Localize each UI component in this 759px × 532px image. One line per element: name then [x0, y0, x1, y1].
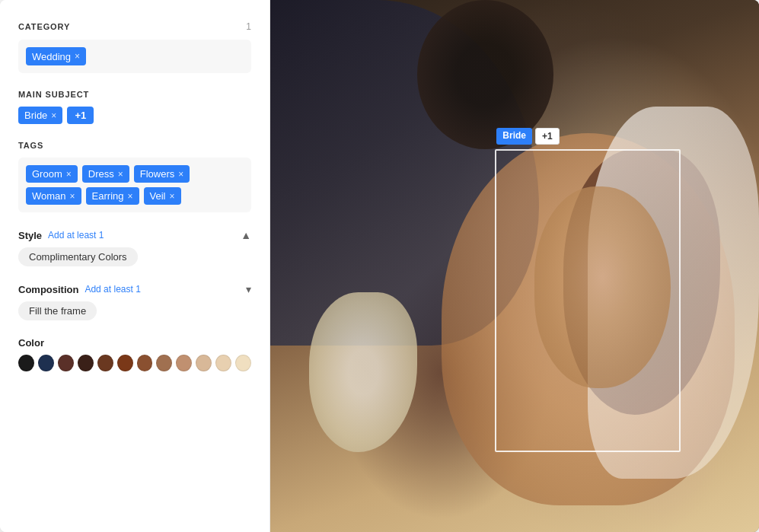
color-section: Color — [18, 337, 251, 371]
earring-remove-icon[interactable]: × — [128, 192, 133, 201]
main-subject-label: MAIN SUBJECT — [18, 90, 89, 99]
style-row: Style Add at least 1 ▲ — [18, 229, 251, 241]
dress-tag-label: Dress — [88, 168, 114, 180]
color-dot-dark-navy[interactable] — [38, 355, 54, 371]
category-tags-area: Wedding × — [18, 40, 251, 73]
color-dot-warm-brown[interactable] — [156, 355, 172, 371]
woman-tag[interactable]: Woman × — [26, 187, 81, 205]
main-subject-header: MAIN SUBJECT — [18, 90, 251, 99]
bride-remove-icon[interactable]: × — [51, 111, 56, 120]
flowers-tag[interactable]: Flowers × — [134, 165, 190, 183]
flowers-tag-label: Flowers — [140, 168, 175, 180]
woman-tag-label: Woman — [32, 190, 66, 202]
color-dot-sienna[interactable] — [137, 355, 153, 371]
veil-tag[interactable]: Veil × — [144, 187, 181, 205]
detection-labels: Bride +1 — [496, 128, 559, 145]
tags-section: TAGS Groom × Dress × Flowers × Woman × — [18, 141, 251, 212]
detection-label-plus[interactable]: +1 — [535, 128, 560, 145]
category-label: CATEGORY — [18, 22, 70, 31]
composition-title: Composition — [18, 284, 78, 295]
tags-label: TAGS — [18, 141, 43, 150]
main-subject-section: MAIN SUBJECT Bride × +1 — [18, 90, 251, 124]
tags-area: Groom × Dress × Flowers × Woman × Earrin… — [18, 158, 251, 212]
color-dot-dark-brown[interactable] — [58, 355, 74, 371]
dress-tag[interactable]: Dress × — [82, 165, 129, 183]
main-subject-tags: Bride × +1 — [18, 107, 251, 124]
color-dot-brown[interactable] — [97, 355, 113, 371]
right-panel: Bride +1 — [270, 0, 759, 532]
style-chevron-up-icon[interactable]: ▲ — [241, 229, 251, 241]
bride-tag-label: Bride — [24, 110, 47, 121]
style-section: Style Add at least 1 ▲ Complimentary Col… — [18, 229, 251, 266]
photo-background: Bride +1 — [270, 0, 759, 532]
wedding-tag[interactable]: Wedding × — [26, 47, 86, 65]
detection-label-bride[interactable]: Bride — [496, 128, 532, 145]
tags-header: TAGS — [18, 141, 251, 150]
earring-tag-label: Earring — [92, 190, 124, 202]
color-dot-brown-dark[interactable] — [78, 355, 94, 371]
color-dot-light-tan[interactable] — [196, 355, 212, 371]
color-dot-very-light[interactable] — [235, 355, 251, 371]
color-label: Color — [18, 337, 251, 349]
composition-pill-btn[interactable]: Fill the frame — [18, 301, 97, 320]
style-pill-btn[interactable]: Complimentary Colors — [18, 247, 138, 266]
style-row-left: Style Add at least 1 — [18, 230, 104, 241]
color-dot-black[interactable] — [18, 355, 34, 371]
left-panel: CATEGORY 1 Wedding × MAIN SUBJECT Bride … — [0, 0, 270, 532]
wedding-tag-label: Wedding — [32, 51, 71, 62]
color-dot-cream[interactable] — [215, 355, 231, 371]
composition-value-area: Fill the frame — [18, 301, 251, 320]
app-container: CATEGORY 1 Wedding × MAIN SUBJECT Bride … — [0, 0, 759, 532]
style-value-area: Complimentary Colors — [18, 247, 251, 266]
composition-chevron-down-icon[interactable]: ▾ — [246, 283, 251, 295]
color-dot-tan[interactable] — [176, 355, 192, 371]
style-title: Style — [18, 230, 42, 241]
composition-row: Composition Add at least 1 ▾ — [18, 283, 251, 295]
flowers-remove-icon[interactable]: × — [178, 170, 183, 179]
color-dots — [18, 355, 251, 371]
composition-section: Composition Add at least 1 ▾ Fill the fr… — [18, 283, 251, 320]
plus1-label: +1 — [75, 110, 86, 121]
wedding-remove-icon[interactable]: × — [75, 52, 80, 61]
plus1-tag[interactable]: +1 — [67, 107, 94, 124]
bride-tag[interactable]: Bride × — [18, 107, 62, 124]
dress-remove-icon[interactable]: × — [118, 170, 123, 179]
category-count: 1 — [246, 21, 251, 32]
style-add-hint[interactable]: Add at least 1 — [48, 230, 104, 241]
veil-remove-icon[interactable]: × — [169, 192, 174, 201]
category-section: CATEGORY 1 Wedding × — [18, 21, 251, 73]
detection-box: Bride +1 — [495, 149, 681, 452]
groom-remove-icon[interactable]: × — [66, 170, 72, 179]
color-dot-rust[interactable] — [117, 355, 133, 371]
category-header: CATEGORY 1 — [18, 21, 251, 32]
composition-row-left: Composition Add at least 1 — [18, 284, 141, 295]
composition-add-hint[interactable]: Add at least 1 — [85, 284, 140, 295]
groom-tag-label: Groom — [32, 168, 62, 180]
woman-remove-icon[interactable]: × — [70, 192, 75, 201]
earring-tag[interactable]: Earring × — [86, 187, 139, 205]
groom-tag[interactable]: Groom × — [26, 165, 78, 183]
groom-hair-area — [417, 0, 554, 149]
veil-tag-label: Veil — [150, 190, 166, 202]
